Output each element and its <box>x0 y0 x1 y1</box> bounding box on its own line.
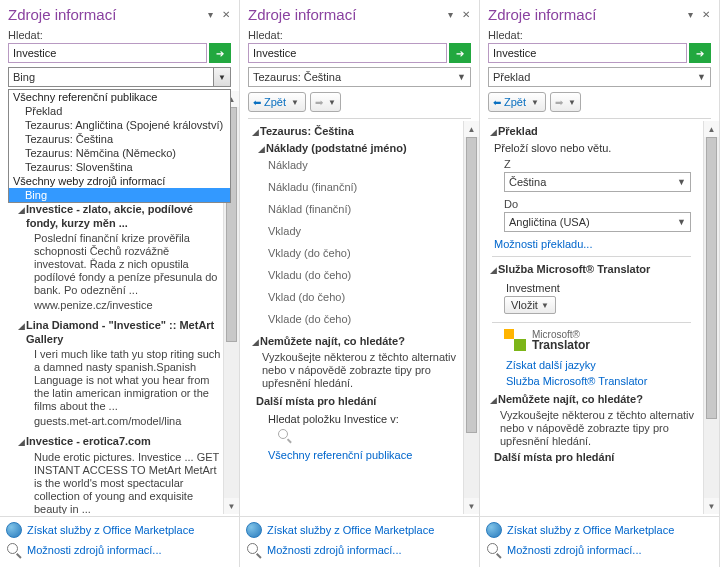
dropdown-item[interactable]: Tezaurus: Čeština <box>9 132 230 146</box>
thesaurus-entry[interactable]: Náklad (finanční) <box>268 202 459 216</box>
search-options-icon <box>486 542 502 558</box>
vertical-scrollbar[interactable]: ▲ ▼ <box>463 121 479 514</box>
pane-header: Zdroje informací ▾ ✕ <box>0 4 239 27</box>
back-button[interactable]: ⬅ Zpět ▼ <box>488 92 546 112</box>
source-select-value: Bing <box>13 71 35 83</box>
search-go-button[interactable]: ➔ <box>209 43 231 63</box>
menu-chevron-icon[interactable]: ▾ <box>443 8 457 22</box>
search-go-button[interactable]: ➔ <box>689 43 711 63</box>
dropdown-item[interactable]: Tezaurus: Slovenština <box>9 160 230 174</box>
chevron-down-icon: ▼ <box>457 72 466 82</box>
result-link[interactable]: guests.met-art.com/model/lina <box>4 414 223 429</box>
translator-logo: Microsoft®Translator <box>482 325 701 357</box>
source-select-value: Tezaurus: Čeština <box>253 71 341 83</box>
thesaurus-entry[interactable]: Vklade (do čeho) <box>268 312 459 326</box>
thesaurus-entry[interactable]: Vklady <box>268 224 459 238</box>
arrow-left-icon: ⬅ <box>253 97 261 108</box>
thesaurus-root[interactable]: Tezaurus: Čeština <box>260 124 459 138</box>
result-body: I veri much like tath yu stop riting suc… <box>4 347 223 414</box>
footer-options-link[interactable]: Možnosti zdrojů informací... <box>246 540 473 560</box>
chevron-down-icon[interactable]: ▼ <box>213 67 231 87</box>
translator-service-link[interactable]: Služba Microsoft® Translator <box>506 374 701 388</box>
globe-icon <box>246 522 262 538</box>
footer-options-link[interactable]: Možnosti zdrojů informací... <box>6 540 233 560</box>
result-title[interactable]: Investice - erotica7.com <box>26 434 223 448</box>
thesaurus-entry[interactable]: Náklady <box>268 158 459 172</box>
chevron-down-icon: ▼ <box>541 301 549 310</box>
scroll-thumb[interactable] <box>466 137 477 433</box>
dropdown-item[interactable]: Překlad <box>9 104 230 118</box>
chevron-down-icon: ▼ <box>568 98 576 107</box>
dropdown-group-header: Všechny referenční publikace <box>9 90 230 104</box>
thesaurus-entry[interactable]: Nákladu (finanční) <box>268 180 459 194</box>
not-found-header: Nemůžete najít, co hledáte? <box>498 392 701 406</box>
search-input[interactable] <box>8 43 207 63</box>
forward-button[interactable]: ➡ ▼ <box>310 92 341 112</box>
thesaurus-category[interactable]: Náklady (podstatné jméno) <box>266 141 459 155</box>
close-icon[interactable]: ✕ <box>219 8 233 22</box>
to-language-select[interactable]: Angličtina (USA)▼ <box>504 212 691 232</box>
menu-chevron-icon[interactable]: ▾ <box>683 8 697 22</box>
source-select[interactable]: Bing ▼ <box>8 67 231 87</box>
scroll-up-icon[interactable]: ▲ <box>464 121 479 137</box>
dropdown-item[interactable]: Tezaurus: Angličtina (Spojené království… <box>9 118 230 132</box>
not-found-body: Vyzkoušejte některou z těchto alternativ… <box>244 350 459 391</box>
insert-button[interactable]: Vložit▼ <box>504 296 556 314</box>
translate-root[interactable]: Překlad <box>498 124 701 138</box>
search-label: Hledat: <box>0 29 239 41</box>
chevron-down-icon: ▼ <box>677 217 686 227</box>
scroll-thumb[interactable] <box>706 137 717 419</box>
source-select[interactable]: Tezaurus: Čeština ▼ <box>248 67 471 87</box>
source-dropdown-list[interactable]: Všechny referenční publikace Překlad Tez… <box>8 89 231 203</box>
close-icon[interactable]: ✕ <box>459 8 473 22</box>
search-options-icon <box>6 542 22 558</box>
source-select-value: Překlad <box>493 71 530 83</box>
footer-marketplace-link[interactable]: Získat služby z Office Marketplace <box>246 520 473 540</box>
other-places-header: Další místa pro hledání <box>494 450 701 464</box>
dropdown-item[interactable]: Tezaurus: Němčina (Německo) <box>9 146 230 160</box>
footer-marketplace-link[interactable]: Získat služby z Office Marketplace <box>486 520 713 540</box>
research-pane-1: Zdroje informací ▾ ✕ Hledat: ➔ Bing ▼ Vš… <box>0 0 240 567</box>
dropdown-item-selected[interactable]: Bing <box>9 188 230 202</box>
footer-marketplace-link[interactable]: Získat služby z Office Marketplace <box>6 520 233 540</box>
menu-chevron-icon[interactable]: ▾ <box>203 8 217 22</box>
not-found-body: Vyzkoušejte některou z těchto alternativ… <box>482 408 701 449</box>
translation-options-link[interactable]: Možnosti překladu... <box>494 237 701 251</box>
translate-intro: Přeloží slovo nebo větu. <box>494 141 701 155</box>
search-input[interactable] <box>248 43 447 63</box>
result-title[interactable]: Investice - zlato, akcie, podílové fondy… <box>26 202 223 230</box>
pane-footer: Získat služby z Office Marketplace Možno… <box>480 516 719 563</box>
scroll-down-icon[interactable]: ▼ <box>464 498 479 514</box>
scroll-up-icon[interactable]: ▲ <box>704 121 719 137</box>
arrow-left-icon: ⬅ <box>493 97 501 108</box>
close-icon[interactable]: ✕ <box>699 8 713 22</box>
search-icon[interactable] <box>274 427 294 443</box>
back-button[interactable]: ⬅ Zpět ▼ <box>248 92 306 112</box>
result-title[interactable]: Lina Diamond - "Investice" :: MetArt Gal… <box>26 318 223 346</box>
all-reference-link[interactable]: Všechny referenční publikace <box>268 448 459 462</box>
pane-footer: Získat služby z Office Marketplace Možno… <box>240 516 479 563</box>
search-options-icon <box>246 542 262 558</box>
vertical-scrollbar[interactable]: ▲ ▼ <box>703 121 719 514</box>
scroll-down-icon[interactable]: ▼ <box>704 498 719 514</box>
globe-icon <box>486 522 502 538</box>
scroll-down-icon[interactable]: ▼ <box>224 498 239 514</box>
translator-logo-icon <box>504 329 526 351</box>
result-link[interactable]: www.penize.cz/investice <box>4 298 223 313</box>
thesaurus-entry[interactable]: Vklad (do čeho) <box>268 290 459 304</box>
research-pane-2: Zdroje informací ▾ ✕ Hledat: ➔ Tezaurus:… <box>240 0 480 567</box>
from-language-select[interactable]: Čeština▼ <box>504 172 691 192</box>
search-go-button[interactable]: ➔ <box>449 43 471 63</box>
source-select[interactable]: Překlad ▼ <box>488 67 711 87</box>
not-found-header: Nemůžete najít, co hledáte? <box>260 334 459 348</box>
pane-footer: Získat služby z Office Marketplace Možno… <box>0 516 239 563</box>
forward-button[interactable]: ➡ ▼ <box>550 92 581 112</box>
thesaurus-entry[interactable]: Vkladu (do čeho) <box>268 268 459 282</box>
footer-options-link[interactable]: Možnosti zdrojů informací... <box>486 540 713 560</box>
result-body: Poslední finanční krize prověřila schopn… <box>4 231 223 298</box>
thesaurus-entry[interactable]: Vklady (do čeho) <box>268 246 459 260</box>
more-languages-link[interactable]: Získat další jazyky <box>506 358 701 372</box>
chevron-down-icon: ▼ <box>677 177 686 187</box>
search-label: Hledat: <box>240 29 479 41</box>
search-input[interactable] <box>488 43 687 63</box>
